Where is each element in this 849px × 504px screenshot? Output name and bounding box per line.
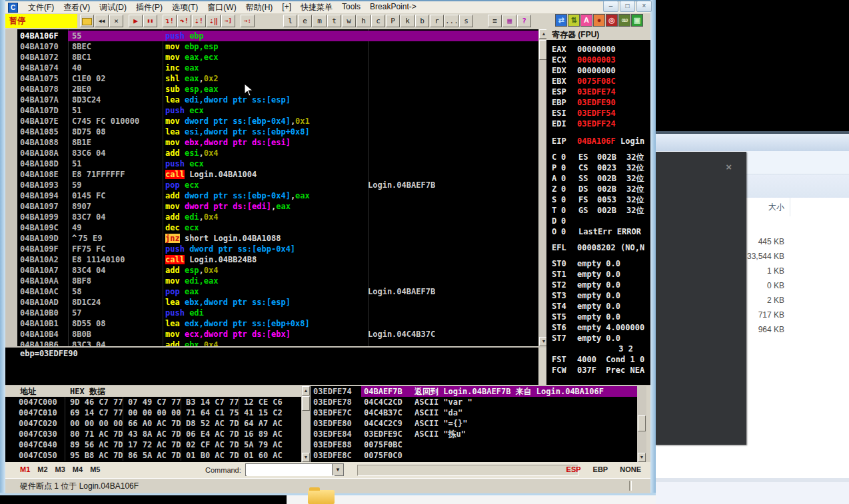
run-button[interactable]: ▶ bbox=[129, 15, 143, 27]
toolbar-letter-button-m[interactable]: m bbox=[313, 15, 327, 27]
toolbar-letter-button-P[interactable]: P bbox=[386, 15, 400, 27]
toggle-none[interactable]: NONE bbox=[620, 465, 641, 473]
disasm-row[interactable]: 04BA10708BECmov ebp,esp bbox=[17, 41, 538, 52]
dump-row[interactable]: 0047C0009D 46 C7 7707 49 C7 77B3 14 C7 7… bbox=[5, 397, 301, 407]
stack-scrollbar[interactable]: ▼ bbox=[637, 386, 646, 462]
fst-row[interactable]: FST4000 Cond 1 0 bbox=[552, 354, 650, 365]
disasm-row[interactable]: 04BA108A83C6 04add esi,0x4 bbox=[17, 148, 538, 158]
step-into-button[interactable]: ↴! bbox=[163, 15, 177, 27]
eflags-row[interactable]: EFL00008202 (NO,N bbox=[552, 242, 650, 253]
toggle-ebp[interactable]: EBP bbox=[593, 465, 608, 473]
menu-item[interactable]: 文件(F) bbox=[23, 2, 59, 13]
chevron-down-icon[interactable]: ▼ bbox=[332, 464, 343, 475]
toolbar-letter-button-h[interactable]: h bbox=[357, 15, 371, 27]
disasm-row[interactable]: 04BA109359pop ecxLogin.04BAEF7B bbox=[17, 180, 538, 190]
register-row[interactable]: ESP03EDFE74 bbox=[552, 87, 650, 97]
register-row[interactable]: EDX00000000 bbox=[552, 65, 650, 76]
disasm-row[interactable]: 04BA10978907mov dword ptr ds:[edi],eax bbox=[17, 201, 538, 212]
close-icon[interactable]: × bbox=[726, 161, 732, 172]
open-file-button[interactable] bbox=[80, 15, 94, 27]
flag-row[interactable]: S0FS005332位 bbox=[552, 194, 650, 205]
info-pane[interactable]: ebp=03EDFE90 bbox=[5, 348, 538, 385]
toolbar-letter-button-w[interactable]: w bbox=[342, 15, 356, 27]
disasm-row[interactable]: 04BA10A783C4 04add esp,0x4 bbox=[17, 265, 538, 276]
flag-row[interactable]: O0LastErr ERROR bbox=[552, 226, 650, 237]
dump-row[interactable]: 0047C05095 B8 AC 7D86 5A AC 7D01 B0 AC 7… bbox=[5, 450, 301, 461]
dump-row[interactable]: 0047C03080 71 AC 7D43 8A AC 7D06 E4 AC 7… bbox=[5, 429, 301, 439]
minimize-button[interactable]: – bbox=[603, 1, 618, 12]
stack-pane[interactable]: 03EDFE7404BAEF7B返回到 Login.04BAEF7B 来自 Lo… bbox=[311, 386, 637, 462]
fpu-register-row[interactable]: ST6empty 4.000000 bbox=[552, 322, 650, 333]
disasm-row[interactable]: 04BA109FFF75 FCpush dword ptr ss:[ebp-0x… bbox=[17, 244, 538, 254]
disasm-row[interactable]: 04BA10728BC1mov eax,ecx bbox=[17, 52, 538, 63]
disasm-row[interactable]: 04BA10782BE0sub esp,eax bbox=[17, 84, 538, 95]
menu-item[interactable]: 调试(D) bbox=[95, 2, 131, 13]
fcw-row[interactable]: FCW037F Prec NEA bbox=[552, 365, 650, 376]
dump-row[interactable]: 0047C01069 14 C7 7700 00 00 0071 64 C1 7… bbox=[5, 407, 301, 418]
fpu-register-row[interactable]: ST2empty 0.0 bbox=[552, 280, 650, 290]
stack-row[interactable]: 03EDFE880075F0BC bbox=[311, 439, 637, 450]
stack-row[interactable]: 03EDFE7C04C4B37CASCII "da" bbox=[311, 407, 637, 418]
register-row[interactable]: EDI03EDFF24 bbox=[552, 119, 650, 129]
stack-row[interactable]: 03EDFE8403EDFE9CASCII "拣u" bbox=[311, 429, 637, 439]
pause-button[interactable]: ▮▮ bbox=[143, 15, 157, 27]
menu-item[interactable]: Tools bbox=[337, 2, 365, 13]
binary-view-button[interactable]: 010 bbox=[618, 14, 630, 27]
flag-row[interactable]: C0ES002B32位 bbox=[552, 152, 650, 162]
registers-pane[interactable]: 寄存器 (FPU) EAX00000000ECX00000003EDX00000… bbox=[546, 29, 650, 385]
scrollbar-thumb[interactable] bbox=[638, 415, 646, 431]
toolbar-letter-button-dotdotdot[interactable]: ... bbox=[444, 15, 458, 27]
menu-item[interactable]: 窗口(W) bbox=[203, 2, 241, 13]
register-row[interactable]: EBX0075F08C bbox=[552, 76, 650, 87]
disasm-row[interactable]: 04BA109983C7 04add edi,0x4 bbox=[17, 212, 538, 222]
toolbar-letter-button-b[interactable]: b bbox=[415, 15, 429, 27]
help-button[interactable]: ? bbox=[517, 15, 531, 27]
register-row[interactable]: EAX00000000 bbox=[552, 44, 650, 55]
register-row[interactable]: ESI03EDFF54 bbox=[552, 108, 650, 119]
register-row[interactable]: EBP03EDFE90 bbox=[552, 97, 650, 108]
folder-icon[interactable] bbox=[308, 490, 335, 504]
register-row-eip[interactable]: EIP04BA106F Login bbox=[552, 136, 650, 146]
fpu-register-row[interactable]: ST7empty 0.0 bbox=[552, 333, 650, 344]
memory-tab-M1[interactable]: M1 bbox=[20, 465, 30, 473]
toolbar-letter-button-l[interactable]: l bbox=[283, 15, 297, 27]
disasm-row[interactable]: 04BA10B48B0Bmov ecx,dword ptr ds:[ebx]Lo… bbox=[17, 329, 538, 340]
fpu-register-row[interactable]: ST0empty 0.0 bbox=[552, 258, 650, 269]
stack-row[interactable]: 03EDFE8004C4C2C9ASCII "={}" bbox=[311, 418, 637, 429]
toolbar-letter-button-e[interactable]: e bbox=[298, 15, 312, 27]
dump-row[interactable]: 0047C02000 00 00 0066 A0 AC 7DD8 52 AC 7… bbox=[5, 418, 301, 429]
disasm-row[interactable]: 04BA10B18D55 08lea edx,dword ptr ss:[ebp… bbox=[17, 318, 538, 329]
dump-scrollbar[interactable]: ▲ ▼ bbox=[301, 386, 311, 462]
stack-row[interactable]: 03EDFE8C0075F0C0 bbox=[311, 450, 637, 461]
memory-tab-M3[interactable]: M3 bbox=[55, 465, 65, 473]
close-button[interactable]: × bbox=[636, 1, 652, 12]
memory-dump-pane[interactable]: 地址 HEX 数据 0047C0009D 46 C7 7707 49 C7 77… bbox=[5, 386, 301, 462]
sort-updown-button[interactable]: ⇅ bbox=[568, 14, 580, 27]
disasm-row[interactable]: 04BA107D51push ecx bbox=[17, 105, 538, 116]
trace-over-button[interactable]: ⇣‖ bbox=[207, 15, 221, 27]
dump-row[interactable]: 0047C04089 56 AC 7D17 72 AC 7D02 CF AC 7… bbox=[5, 439, 301, 450]
flag-row[interactable]: A0SS002B32位 bbox=[552, 173, 650, 184]
disasm-row[interactable]: 04BA10888B1Emov ebx,dword ptr ds:[esi] bbox=[17, 137, 538, 148]
fpu-register-row[interactable]: ST5empty 0.0 bbox=[552, 312, 650, 322]
stack-row[interactable]: 03EDFE7404BAEF7B返回到 Login.04BAEF7B 来自 Lo… bbox=[311, 386, 637, 397]
register-row[interactable]: ECX00000003 bbox=[552, 55, 650, 65]
disasm-row[interactable]: 04BA107440inc eax bbox=[17, 63, 538, 73]
disasm-row[interactable]: 04BA10A2E8 11140100call Login.04BB24B8 bbox=[17, 254, 538, 265]
fpu-register-row[interactable]: ST1empty 0.0 bbox=[552, 269, 650, 280]
window-view-button[interactable]: ▣ bbox=[631, 14, 643, 27]
disasm-row[interactable]: 04BA107A8D3C24lea edi,dword ptr ss:[esp] bbox=[17, 95, 538, 105]
flag-row[interactable]: P0CS002332位 bbox=[552, 162, 650, 173]
menu-item[interactable]: 查看(V) bbox=[59, 2, 95, 13]
toolbar-letter-button-c[interactable]: c bbox=[371, 15, 385, 27]
disasm-row[interactable]: 04BA10858D75 08lea esi,dword ptr ss:[ebp… bbox=[17, 126, 538, 137]
toolbar-letter-button-s[interactable]: s bbox=[459, 15, 473, 27]
windows-list-button[interactable]: ≡ bbox=[488, 15, 502, 27]
disasm-row[interactable]: 04BA1075C1E0 02shl eax,0x2 bbox=[17, 73, 538, 84]
disasm-row[interactable]: 04BA10AA8BF8mov edi,eax bbox=[17, 276, 538, 286]
disasm-row[interactable]: 04BA107EC745 FC 010000mov dword ptr ss:[… bbox=[17, 116, 538, 126]
disasm-row[interactable]: 04BA108D51push ecx bbox=[17, 158, 538, 169]
stack-row[interactable]: 03EDFE7804C4C2CDASCII "var " bbox=[311, 397, 637, 407]
menu-item[interactable]: [+] bbox=[277, 2, 296, 13]
disasm-row[interactable]: 04BA106F55push ebp bbox=[17, 31, 538, 41]
